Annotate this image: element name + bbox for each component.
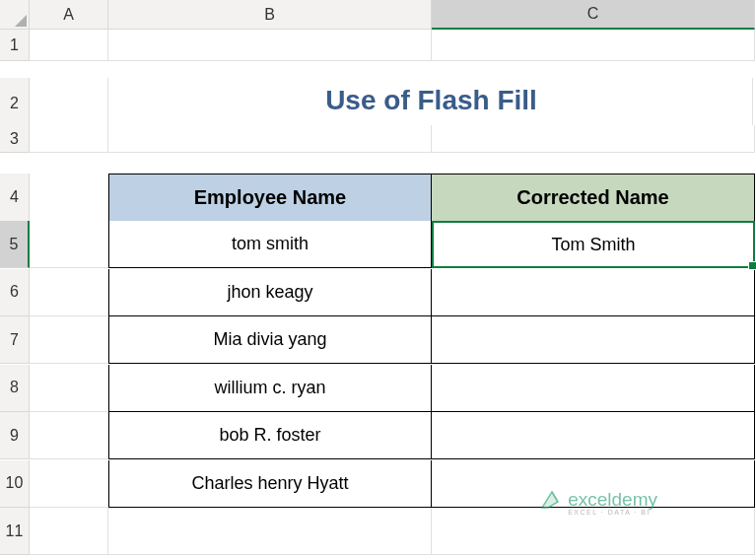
watermark: exceldemy EXCEL · DATA · BI [538,488,657,518]
select-all-corner[interactable] [0,0,30,30]
cell-a8[interactable] [30,365,108,412]
cell-c7[interactable] [432,316,755,364]
cell-b8[interactable]: willium c. ryan [108,365,432,412]
spreadsheet-body: 1 2 Use of Flash Fill 3 4 Employee Name … [0,30,756,556]
header-employee[interactable]: Employee Name [108,174,432,223]
cell-c8[interactable] [432,365,755,412]
cell-c5-selected[interactable]: Tom Smith [432,221,755,268]
cell-a4[interactable] [30,174,108,223]
cell-a6[interactable] [30,269,108,316]
row-header-7[interactable]: 7 [0,316,30,364]
cell-a10[interactable] [30,460,108,508]
row-header-8[interactable]: 8 [0,365,30,412]
cell-c6[interactable] [432,269,755,316]
watermark-text: exceldemy EXCEL · DATA · BI [568,490,657,516]
row-header-10[interactable]: 10 [0,460,30,508]
cell-a5[interactable] [30,221,108,268]
col-header-c[interactable]: C [432,0,755,30]
row-header-3[interactable]: 3 [0,125,30,153]
row-header-4[interactable]: 4 [0,174,30,223]
cell-b1[interactable] [108,30,432,61]
header-corrected[interactable]: Corrected Name [432,174,755,223]
cell-a1[interactable] [30,30,108,61]
row-header-2[interactable]: 2 [0,78,30,131]
cell-c1[interactable] [432,30,755,61]
row-header-1[interactable]: 1 [0,30,30,61]
watermark-icon [538,488,562,518]
cell-c9[interactable] [432,412,755,459]
cell-a3[interactable] [30,125,108,153]
row-header-5[interactable]: 5 [0,221,30,268]
cell-b3[interactable] [108,125,432,153]
column-headers-row: A B C [0,0,756,30]
watermark-tagline: EXCEL · DATA · BI [568,509,657,516]
cell-b10[interactable]: Charles henry Hyatt [108,460,432,508]
row-header-11[interactable]: 11 [0,508,30,555]
cell-b11[interactable] [108,508,432,555]
row-header-9[interactable]: 9 [0,412,30,459]
cell-a2[interactable] [30,78,108,131]
cell-b7[interactable]: Mia divia yang [108,316,432,364]
title-cell[interactable]: Use of Flash Fill [110,78,753,131]
cell-a11[interactable] [30,508,108,555]
watermark-name: exceldemy [568,490,657,509]
cell-a7[interactable] [30,316,108,364]
cell-b5[interactable]: tom smith [108,221,432,268]
cell-b9[interactable]: bob R. foster [108,412,432,459]
row-header-6[interactable]: 6 [0,269,30,316]
cell-a9[interactable] [30,412,108,459]
col-header-b[interactable]: B [108,0,432,30]
col-header-a[interactable]: A [30,0,108,30]
cell-c3[interactable] [432,125,755,153]
cell-b6[interactable]: jhon keagy [108,269,432,316]
